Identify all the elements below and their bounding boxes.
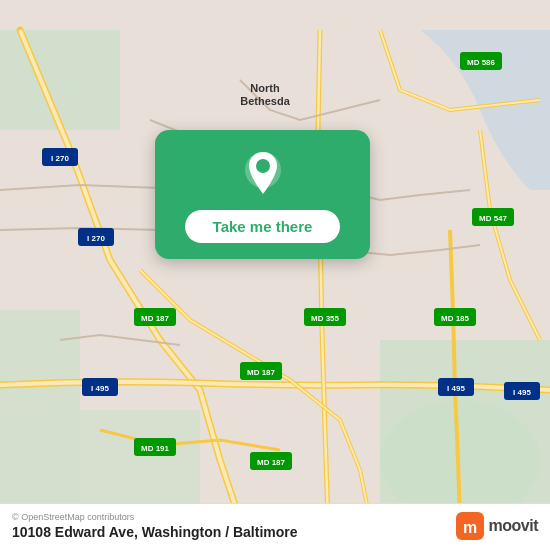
svg-rect-1 [0, 30, 120, 130]
location-pin-icon [237, 148, 289, 200]
take-me-there-button[interactable]: Take me there [185, 210, 341, 243]
svg-text:I 495: I 495 [91, 384, 109, 393]
svg-text:MD 187: MD 187 [247, 368, 276, 377]
copyright-text: © OpenStreetMap contributors [12, 512, 298, 522]
moovit-label: moovit [489, 517, 538, 535]
map-svg: I 270 I 270 I 495 I 495 I 495 MD 586 MD … [0, 0, 550, 550]
svg-text:MD 547: MD 547 [479, 214, 508, 223]
svg-text:MD 187: MD 187 [257, 458, 286, 467]
bottom-left: © OpenStreetMap contributors 10108 Edwar… [12, 512, 298, 540]
svg-point-35 [256, 159, 270, 173]
svg-rect-3 [0, 310, 80, 520]
svg-text:MD 185: MD 185 [441, 314, 470, 323]
svg-text:MD 586: MD 586 [467, 58, 496, 67]
svg-text:MD 355: MD 355 [311, 314, 340, 323]
svg-text:I 270: I 270 [87, 234, 105, 243]
svg-text:m: m [462, 519, 476, 536]
svg-text:I 495: I 495 [447, 384, 465, 393]
bottom-bar: © OpenStreetMap contributors 10108 Edwar… [0, 503, 550, 550]
svg-text:MD 187: MD 187 [141, 314, 170, 323]
svg-text:I 270: I 270 [51, 154, 69, 163]
svg-text:Bethesda: Bethesda [240, 95, 290, 107]
action-card: Take me there [155, 130, 370, 259]
address-text: 10108 Edward Ave, Washington / Baltimore [12, 524, 298, 540]
map-container: I 270 I 270 I 495 I 495 I 495 MD 586 MD … [0, 0, 550, 550]
svg-text:MD 191: MD 191 [141, 444, 170, 453]
moovit-icon: m [456, 512, 484, 540]
svg-text:I 495: I 495 [513, 388, 531, 397]
moovit-logo: m moovit [456, 512, 538, 540]
svg-text:North: North [250, 82, 280, 94]
